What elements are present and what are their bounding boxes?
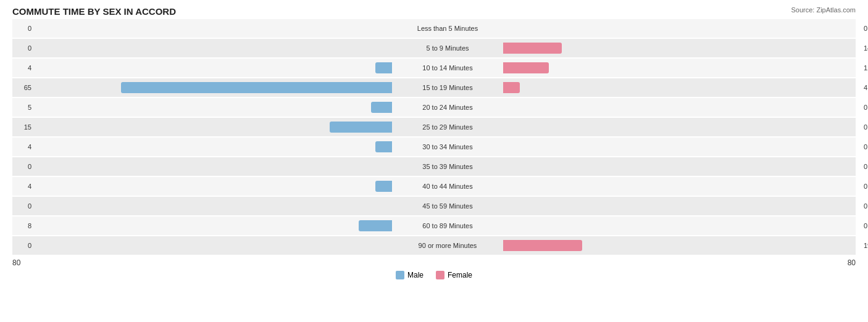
- center-label: 60 to 89 Minutes: [392, 222, 503, 229]
- female-bar-container: [503, 101, 861, 114]
- right-section: 4: [503, 78, 868, 97]
- male-bar: [375, 181, 392, 192]
- left-section: 5: [12, 98, 392, 117]
- male-bar-container: [34, 62, 392, 74]
- left-section: 0: [12, 19, 392, 38]
- male-bar-container: [34, 220, 392, 232]
- male-bar: [375, 141, 392, 152]
- male-bar-container: [34, 180, 392, 192]
- male-bar: [375, 62, 392, 73]
- female-bar: [503, 82, 520, 93]
- male-bar-container: [34, 141, 392, 153]
- female-bar-container: [503, 81, 861, 94]
- male-bar-container: [34, 160, 392, 173]
- male-value: 0: [12, 242, 34, 249]
- chart-area: 0 Less than 5 Minutes 0 0 5 to 9 Minutes: [12, 19, 856, 255]
- female-bar-container: [503, 62, 861, 74]
- right-section: 0: [503, 138, 868, 156]
- female-bar-container: [503, 220, 861, 232]
- left-section: 0: [12, 236, 392, 255]
- left-section: 0: [12, 39, 392, 57]
- chart-row: 65 15 to 19 Minutes 4: [12, 78, 856, 97]
- left-section: 15: [12, 118, 392, 136]
- female-bar-container: [503, 121, 861, 133]
- female-value: 4: [861, 84, 868, 91]
- chart-row: 4 10 to 14 Minutes 11: [12, 59, 856, 77]
- chart-row: 0 45 to 59 Minutes 0: [12, 197, 856, 215]
- female-bar-container: [503, 180, 861, 192]
- male-label: Male: [407, 271, 424, 279]
- chart-row: 8 60 to 89 Minutes 0: [12, 217, 856, 235]
- female-value: 0: [861, 123, 868, 131]
- male-value: 15: [12, 123, 34, 131]
- male-bar: [359, 220, 392, 231]
- female-value: 0: [861, 143, 868, 151]
- center-label: 45 to 59 Minutes: [392, 202, 503, 210]
- chart-row: 5 20 to 24 Minutes 0: [12, 98, 856, 117]
- female-label: Female: [448, 271, 472, 279]
- female-swatch: [436, 271, 444, 279]
- female-value: 19: [861, 242, 868, 249]
- male-bar-container: [34, 81, 392, 94]
- chart-container: COMMUTE TIME BY SEX IN ACCORD Source: Zi…: [0, 0, 868, 322]
- right-section: 0: [503, 177, 868, 196]
- legend-female: Female: [436, 271, 472, 279]
- left-section: 4: [12, 177, 392, 196]
- right-section: 11: [503, 59, 868, 77]
- right-section: 14: [503, 39, 868, 57]
- female-bar-container: [503, 160, 861, 173]
- female-bar-container: [503, 22, 861, 35]
- male-value: 4: [12, 183, 34, 190]
- left-section: 4: [12, 138, 392, 156]
- male-value: 0: [12, 25, 34, 32]
- legend: Male Female: [12, 271, 856, 279]
- female-value: 0: [861, 202, 868, 210]
- right-section: 0: [503, 217, 868, 235]
- axis-left: 80: [12, 258, 20, 267]
- male-bar-container: [34, 22, 392, 35]
- right-section: 19: [503, 236, 868, 255]
- left-section: 4: [12, 59, 392, 77]
- male-value: 5: [12, 104, 34, 111]
- male-bar-container: [34, 101, 392, 114]
- chart-title: COMMUTE TIME BY SEX IN ACCORD: [12, 6, 856, 17]
- male-value: 4: [12, 143, 34, 151]
- female-bar: [503, 43, 562, 54]
- center-label: 25 to 29 Minutes: [392, 123, 503, 131]
- female-bar: [503, 62, 549, 73]
- male-bar: [371, 102, 392, 113]
- left-section: 8: [12, 217, 392, 235]
- male-value: 8: [12, 222, 34, 229]
- male-value: 0: [12, 163, 34, 170]
- chart-row: 15 25 to 29 Minutes 0: [12, 118, 856, 136]
- male-value: 65: [12, 84, 34, 91]
- female-value: 11: [861, 64, 868, 72]
- chart-row: 0 35 to 39 Minutes 0: [12, 157, 856, 176]
- center-label: 10 to 14 Minutes: [392, 64, 503, 72]
- chart-row: 0 Less than 5 Minutes 0: [12, 19, 856, 38]
- chart-row: 0 90 or more Minutes 19: [12, 236, 856, 255]
- right-section: 0: [503, 197, 868, 215]
- center-label: 5 to 9 Minutes: [392, 44, 503, 52]
- chart-row: 0 5 to 9 Minutes 14: [12, 39, 856, 57]
- female-value: 0: [861, 163, 868, 170]
- male-bar: [121, 82, 392, 93]
- female-value: 14: [861, 44, 868, 52]
- source-text: Source: ZipAtlas.com: [791, 6, 856, 14]
- right-section: 0: [503, 118, 868, 136]
- male-value: 4: [12, 64, 34, 72]
- female-value: 0: [861, 25, 868, 32]
- chart-row: 4 30 to 34 Minutes 0: [12, 138, 856, 156]
- left-section: 0: [12, 197, 392, 215]
- right-section: 0: [503, 157, 868, 176]
- center-label: 90 or more Minutes: [392, 242, 503, 249]
- right-section: 0: [503, 98, 868, 117]
- center-label: Less than 5 Minutes: [392, 25, 503, 32]
- male-bar-container: [34, 121, 392, 133]
- center-label: 20 to 24 Minutes: [392, 104, 503, 111]
- female-value: 0: [861, 104, 868, 111]
- center-label: 40 to 44 Minutes: [392, 183, 503, 190]
- left-section: 65: [12, 78, 392, 97]
- female-value: 0: [861, 183, 868, 190]
- center-label: 35 to 39 Minutes: [392, 163, 503, 170]
